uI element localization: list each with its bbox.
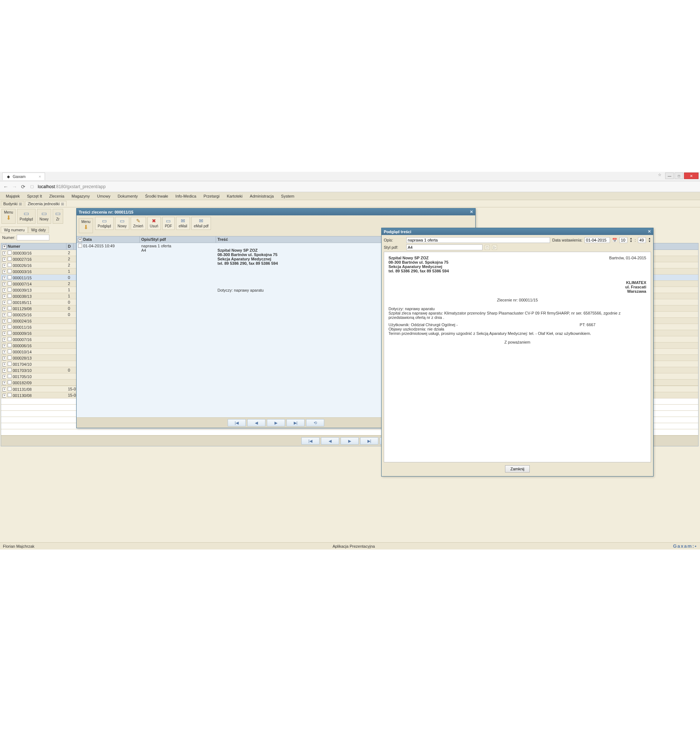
menu-item[interactable]: Dokumenty [114, 193, 142, 199]
expand-row-button[interactable]: + [3, 307, 6, 311]
expand-row-button[interactable]: + [3, 363, 6, 366]
expand-row-button[interactable]: + [3, 375, 6, 379]
expand-row-button[interactable]: + [3, 350, 6, 354]
toolbar-button[interactable]: ▭Podgląd [17, 209, 36, 224]
row-checkbox[interactable] [8, 331, 12, 335]
modal2-close-icon[interactable]: ✕ [648, 229, 651, 234]
expand-row-button[interactable]: + [3, 344, 6, 348]
url-field[interactable]: localhost:8180/gxstart_prezent/app [38, 184, 106, 189]
expand-row-button[interactable]: + [3, 258, 6, 261]
row-checkbox[interactable] [8, 337, 12, 341]
expand-row-button[interactable]: + [3, 288, 6, 293]
nav-next-button[interactable]: ▶ [341, 437, 359, 444]
time-hour-input[interactable] [619, 237, 627, 243]
bookmark-star-icon[interactable]: ☆ [658, 172, 661, 179]
document-tab[interactable]: Zlecenia jednostki⊠ [25, 201, 66, 206]
expand-row-button[interactable]: + [3, 325, 6, 329]
row-checkbox[interactable] [8, 269, 12, 273]
expand-row-button[interactable]: + [3, 270, 6, 274]
row-checkbox[interactable] [8, 306, 12, 310]
toolbar-button-zmień[interactable]: ✎Zmień [131, 217, 146, 230]
col-numer[interactable]: Numer [6, 243, 66, 250]
row-checkbox[interactable] [8, 362, 12, 366]
expand-row-button[interactable]: + [3, 264, 6, 267]
expand-row-button[interactable]: + [3, 319, 6, 323]
document-tab[interactable]: Budynki⊠ [1, 201, 24, 206]
col-d[interactable]: D [66, 243, 74, 250]
window-maximize-button[interactable]: □ [675, 172, 683, 179]
tab-close-icon[interactable]: ⊠ [19, 202, 22, 206]
stop-icon[interactable]: □ [485, 245, 490, 250]
m1-col-data[interactable]: Data [82, 236, 140, 242]
toolbar-button[interactable]: ▭Nowy [37, 209, 51, 224]
row-checkbox[interactable] [8, 380, 12, 384]
row-checkbox[interactable] [8, 319, 12, 322]
browser-tab[interactable]: ◆ Gaxam × [2, 172, 45, 180]
forward-icon[interactable]: → [12, 184, 17, 189]
modal1-menu-button[interactable]: Menu ⬇ [79, 218, 93, 233]
row-checkbox[interactable] [8, 282, 12, 285]
menu-item[interactable]: System [277, 193, 298, 199]
row-checkbox[interactable] [8, 343, 12, 347]
opis-input[interactable] [406, 237, 550, 243]
expand-row-button[interactable]: + [3, 381, 6, 385]
expand-row-button[interactable]: + [3, 313, 6, 317]
menu-item[interactable]: Magazyny [68, 193, 93, 199]
row-checkbox[interactable] [8, 288, 12, 292]
menu-item[interactable]: Przetargi [200, 193, 223, 199]
spinner-icon[interactable]: ▲▼ [630, 237, 633, 243]
menu-dropdown-button[interactable]: Menu ⬇ [2, 209, 16, 224]
date-input[interactable] [584, 237, 610, 243]
play-icon[interactable]: ▷ [492, 245, 497, 250]
expand-row-button[interactable]: + [3, 276, 6, 280]
m1-nav-next[interactable]: ▶ [267, 419, 285, 426]
modal1-close-icon[interactable]: ✕ [470, 210, 473, 214]
reload-icon[interactable]: ⟳ [20, 184, 26, 189]
nav-first-button[interactable]: |◀ [302, 437, 319, 444]
row-checkbox[interactable] [8, 312, 12, 316]
window-minimize-button[interactable]: — [665, 172, 674, 179]
numer-input[interactable] [17, 235, 49, 241]
m1-nav-refresh[interactable]: ⟲ [306, 419, 324, 426]
toolbar-button-nowy[interactable]: ▭Nowy [115, 217, 129, 230]
expand-row-button[interactable]: + [3, 251, 6, 255]
row-checkbox[interactable] [8, 294, 12, 298]
filter-tab[interactable]: Wg daty [28, 227, 49, 233]
toolbar-button-email-pdf[interactable]: ✉eMail pdf [191, 217, 211, 230]
toolbar-button-email[interactable]: ✉eMail [176, 217, 190, 230]
row-checkbox[interactable] [8, 263, 12, 267]
menu-item[interactable]: Środki trwałe [142, 193, 172, 199]
filter-tab[interactable]: Wg numeru [1, 227, 28, 233]
menu-item[interactable]: Kartoteki [223, 193, 246, 199]
row-checkbox[interactable] [8, 250, 12, 255]
tab-close-icon[interactable]: ⊠ [61, 202, 64, 206]
row-checkbox[interactable] [8, 374, 12, 378]
m1-col-opis[interactable]: Opis/Styl pdf [140, 236, 216, 242]
row-checkbox[interactable] [8, 275, 12, 279]
toolbar-button-podgląd[interactable]: ▭Podgląd [95, 217, 114, 230]
menu-item[interactable]: Majątek [2, 193, 23, 199]
nav-prev-button[interactable]: ◀ [321, 437, 339, 444]
row-checkbox[interactable] [8, 257, 12, 261]
toolbar-button-usuń[interactable]: ✖Usuń [147, 217, 161, 230]
calendar-icon[interactable]: 📅 [612, 238, 617, 242]
menu-item[interactable]: Sprzęt It [23, 193, 46, 199]
nav-last-button[interactable]: ▶| [360, 437, 378, 444]
row-checkbox[interactable] [8, 368, 12, 372]
row-checkbox[interactable] [8, 349, 12, 354]
expand-row-button[interactable]: + [3, 332, 6, 336]
tab-close-icon[interactable]: × [39, 174, 41, 179]
menu-item[interactable]: Zlecenia [46, 193, 68, 199]
back-icon[interactable]: ← [3, 184, 9, 189]
expand-row-button[interactable]: + [3, 301, 6, 305]
expand-row-button[interactable]: + [3, 294, 6, 299]
expand-row-button[interactable]: + [3, 282, 6, 286]
m1-nav-last[interactable]: ▶| [286, 419, 305, 426]
menu-item[interactable]: Administracja [246, 193, 277, 199]
toolbar-button-pdf[interactable]: ▭PDF [162, 217, 175, 230]
close-button[interactable]: Zamknij [505, 465, 530, 472]
menu-item[interactable]: Umowy [93, 193, 114, 199]
m1-nav-prev[interactable]: ◀ [247, 419, 266, 426]
expand-row-button[interactable]: + [3, 369, 6, 372]
window-close-button[interactable]: ✕ [684, 172, 698, 179]
